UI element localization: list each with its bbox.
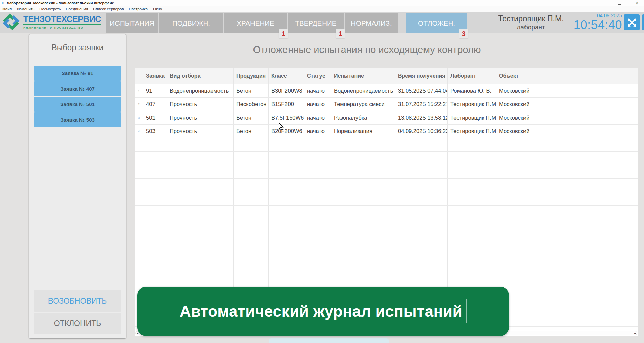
nav-tab[interactable]: ОТЛОЖЕН.3 (406, 13, 467, 33)
table-cell (331, 192, 395, 205)
table-cell: Московский (496, 125, 534, 138)
table-cell: 407 (143, 98, 167, 111)
nav-tab[interactable]: НОРМАЛИЗ. (345, 13, 398, 33)
request-button[interactable]: Заявка № 503 (34, 112, 121, 127)
menu-item[interactable]: Изменить (17, 7, 34, 11)
table-cell: начато (304, 98, 331, 111)
table-cell (269, 219, 304, 232)
menu-item[interactable]: Окно (153, 7, 162, 11)
table-cell (143, 259, 167, 273)
nav-tab[interactable]: ТВЕРДЕНИЕ1 (288, 13, 344, 33)
table-cell: Прочность (167, 98, 234, 111)
tab-badge: 3 (459, 29, 468, 38)
logo-name: ТЕНЗОТЕХСЕРВИС (23, 15, 101, 23)
table-row[interactable]: 3501ПрочностьБетонB7.5F150W6начатоРазопа… (135, 111, 638, 125)
table-cell (331, 152, 395, 165)
table-row-empty (135, 232, 638, 246)
logo-icon (1, 13, 21, 31)
table-cell (234, 206, 269, 219)
table-cell (269, 273, 304, 286)
nav-tab-label: ТВЕРДЕНИЕ (295, 19, 337, 27)
nav-tab-label: НОРМАЛИЗ. (351, 19, 392, 27)
table-cell (331, 138, 395, 151)
table-header-cell: Испытание (331, 68, 395, 84)
table-row[interactable]: 191ВодонепроницаемостьБетонB30F200W8нача… (135, 84, 638, 98)
user-block: Тестировщик П.М. лаборант (487, 14, 574, 31)
table-cell (395, 152, 448, 165)
restore-icon[interactable] (616, 0, 623, 6)
table-cell: начато (304, 84, 331, 97)
table-cell (395, 259, 448, 273)
row-number: 4 (135, 125, 143, 138)
scroll-left-icon[interactable]: ◂ (137, 332, 138, 335)
scroll-right-icon[interactable]: ▸ (634, 332, 636, 335)
table-cell: 04.09.2025 10:36:23 (395, 125, 448, 138)
nav-tab-label: ХРАНЕНИЕ (237, 19, 274, 27)
nav-tab[interactable]: ХРАНЕНИЕ1 (224, 13, 287, 33)
decline-button[interactable]: ОТКЛОНИТЬ (34, 313, 121, 334)
table-cell (534, 125, 638, 138)
table-cell (269, 206, 304, 219)
close-icon[interactable]: × (633, 0, 641, 6)
table-cell: Московский (496, 98, 534, 111)
table-cell (395, 165, 448, 178)
logo-tagline: инжиниринг и производство (23, 25, 101, 29)
page-title: Отложенные испытания по исходящему контр… (135, 44, 599, 55)
table-row[interactable]: 2407ПрочностьПескобетонB15F200начатоТемп… (135, 98, 638, 111)
resume-button[interactable]: ВОЗОБНОВИТЬ (34, 290, 121, 312)
nav-tabs: ИСПЫТАНИЯПОДВИЖН.ХРАНЕНИЕ1ТВЕРДЕНИЕ1НОРМ… (106, 13, 467, 33)
menu-item[interactable]: Список серверов (93, 7, 124, 11)
table-cell: Бетон (234, 125, 269, 138)
table-cell (143, 219, 167, 232)
request-button[interactable]: Заявка № 91 (34, 66, 121, 81)
table-cell (269, 246, 304, 259)
table-cell (448, 259, 496, 273)
table-cell (395, 246, 448, 259)
table-cell (534, 111, 638, 124)
nav-tab[interactable]: ПОДВИЖН. (159, 13, 223, 33)
table-header-row: ЗаявкаВид отбораПродукцияКлассСтатусИспы… (135, 68, 638, 84)
menu-item[interactable]: Настройка (129, 7, 148, 11)
table-cell: Прочность (167, 125, 234, 138)
table-cell (496, 165, 534, 178)
menu-item[interactable]: Соединения (66, 7, 88, 11)
menu-item[interactable]: Файл (2, 7, 12, 11)
table-cell (269, 232, 304, 246)
table-cell (143, 273, 167, 286)
clock-block: 04.09.2025 10:54:40 (569, 13, 622, 31)
fullscreen-button[interactable] (624, 14, 640, 30)
table-cell (135, 152, 143, 165)
table-cell: Московский (496, 84, 534, 97)
request-button[interactable]: Заявка № 407 (34, 81, 121, 96)
table-cell (534, 273, 638, 286)
table-cell (167, 192, 234, 205)
table-cell (234, 273, 269, 286)
table-cell (534, 98, 638, 111)
table-cell: Водонепроницаемость (167, 84, 234, 97)
table-cell: Пескобетон (234, 98, 269, 111)
exit-button[interactable] (642, 14, 644, 30)
table-cell: B15F200 (269, 98, 304, 111)
sidebar-title: Выбор заявки (29, 43, 126, 52)
menu-item[interactable]: Посмотреть (39, 7, 61, 11)
nav-tab[interactable]: ИСПЫТАНИЯ (106, 13, 158, 33)
table-cell: Московский (496, 111, 534, 124)
table-row[interactable]: 4503ПрочностьБетонB20F200W6начатоНормали… (135, 125, 638, 138)
table-cell (395, 219, 448, 232)
table-cell (395, 192, 448, 205)
table-cell (135, 138, 143, 151)
table-cell (304, 206, 331, 219)
table-cell: 91 (143, 84, 167, 97)
minimize-icon[interactable] (598, 0, 606, 6)
table-row-empty (135, 206, 638, 219)
clock-time: 10:54:40 (569, 19, 622, 31)
table-cell (135, 232, 143, 246)
table-cell (269, 259, 304, 273)
table-cell (234, 259, 269, 273)
table-cell (395, 232, 448, 246)
table-cell: Романова Ю. В. (448, 84, 496, 97)
table-cell (143, 232, 167, 246)
request-button[interactable]: Заявка № 501 (34, 97, 121, 112)
table-cell (167, 232, 234, 246)
table-cell (534, 179, 638, 192)
